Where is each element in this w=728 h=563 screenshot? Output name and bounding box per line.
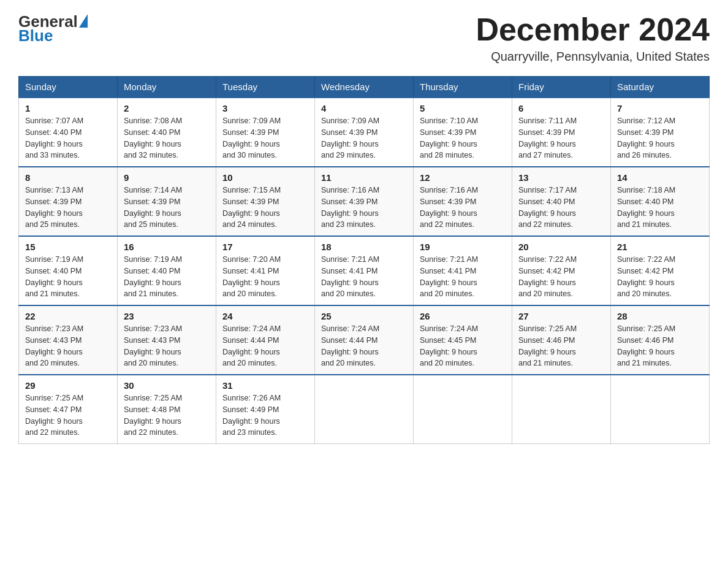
day-number: 17: [222, 242, 308, 252]
day-info: Sunrise: 7:16 AMSunset: 4:39 PMDaylight:…: [420, 185, 506, 231]
header-thursday: Thursday: [414, 77, 512, 98]
day-info: Sunrise: 7:23 AMSunset: 4:43 PMDaylight:…: [124, 323, 210, 369]
day-number: 24: [222, 311, 308, 321]
calendar-cell: 16Sunrise: 7:19 AMSunset: 4:40 PMDayligh…: [118, 236, 216, 305]
header-tuesday: Tuesday: [216, 77, 315, 98]
day-info: Sunrise: 7:26 AMSunset: 4:49 PMDaylight:…: [222, 393, 308, 439]
calendar-cell: [414, 375, 512, 444]
day-info: Sunrise: 7:11 AMSunset: 4:39 PMDaylight:…: [518, 115, 604, 161]
calendar-cell: 14Sunrise: 7:18 AMSunset: 4:40 PMDayligh…: [611, 167, 710, 236]
calendar-cell: 21Sunrise: 7:22 AMSunset: 4:42 PMDayligh…: [611, 236, 710, 305]
day-number: 12: [420, 172, 506, 183]
calendar-cell: 20Sunrise: 7:22 AMSunset: 4:42 PMDayligh…: [512, 236, 611, 305]
calendar-cell: 31Sunrise: 7:26 AMSunset: 4:49 PMDayligh…: [216, 375, 315, 444]
day-number: 4: [321, 103, 407, 113]
day-info: Sunrise: 7:15 AMSunset: 4:39 PMDaylight:…: [222, 185, 308, 231]
calendar-cell: 6Sunrise: 7:11 AMSunset: 4:39 PMDaylight…: [512, 98, 611, 167]
day-info: Sunrise: 7:16 AMSunset: 4:39 PMDaylight:…: [321, 185, 407, 231]
day-info: Sunrise: 7:25 AMSunset: 4:46 PMDaylight:…: [617, 323, 703, 369]
day-info: Sunrise: 7:22 AMSunset: 4:42 PMDaylight:…: [617, 254, 703, 300]
logo: General Blue: [18, 12, 86, 45]
calendar-cell: 26Sunrise: 7:24 AMSunset: 4:45 PMDayligh…: [414, 305, 512, 375]
calendar-cell: 29Sunrise: 7:25 AMSunset: 4:47 PMDayligh…: [19, 375, 118, 444]
logo-blue: Blue: [18, 26, 53, 45]
day-info: Sunrise: 7:21 AMSunset: 4:41 PMDaylight:…: [420, 254, 506, 300]
day-number: 9: [124, 172, 210, 183]
header-saturday: Saturday: [611, 77, 710, 98]
calendar-cell: 25Sunrise: 7:24 AMSunset: 4:44 PMDayligh…: [315, 305, 414, 375]
day-info: Sunrise: 7:09 AMSunset: 4:39 PMDaylight:…: [222, 115, 308, 161]
day-info: Sunrise: 7:19 AMSunset: 4:40 PMDaylight:…: [25, 254, 111, 300]
day-number: 14: [617, 172, 703, 183]
calendar-cell: [315, 375, 414, 444]
header-sunday: Sunday: [19, 77, 118, 98]
calendar-cell: 5Sunrise: 7:10 AMSunset: 4:39 PMDaylight…: [414, 98, 512, 167]
day-info: Sunrise: 7:09 AMSunset: 4:39 PMDaylight:…: [321, 115, 407, 161]
calendar-cell: 27Sunrise: 7:25 AMSunset: 4:46 PMDayligh…: [512, 305, 611, 375]
day-number: 30: [124, 380, 210, 391]
day-info: Sunrise: 7:12 AMSunset: 4:39 PMDaylight:…: [617, 115, 703, 161]
calendar-cell: 12Sunrise: 7:16 AMSunset: 4:39 PMDayligh…: [414, 167, 512, 236]
day-number: 23: [124, 311, 210, 321]
month-title: December 2024: [476, 12, 710, 47]
day-number: 18: [321, 242, 407, 252]
day-number: 5: [420, 103, 506, 113]
calendar-cell: 18Sunrise: 7:21 AMSunset: 4:41 PMDayligh…: [315, 236, 414, 305]
day-info: Sunrise: 7:24 AMSunset: 4:45 PMDaylight:…: [420, 323, 506, 369]
day-info: Sunrise: 7:17 AMSunset: 4:40 PMDaylight:…: [518, 185, 604, 231]
header-row: SundayMondayTuesdayWednesdayThursdayFrid…: [19, 77, 710, 98]
calendar-cell: 3Sunrise: 7:09 AMSunset: 4:39 PMDaylight…: [216, 98, 315, 167]
title-area: December 2024 Quarryville, Pennsylvania,…: [476, 12, 710, 64]
day-number: 19: [420, 242, 506, 252]
header-friday: Friday: [512, 77, 611, 98]
day-number: 11: [321, 172, 407, 183]
day-number: 27: [518, 311, 604, 321]
header-wednesday: Wednesday: [315, 77, 414, 98]
day-number: 15: [25, 242, 111, 252]
day-info: Sunrise: 7:24 AMSunset: 4:44 PMDaylight:…: [321, 323, 407, 369]
day-info: Sunrise: 7:21 AMSunset: 4:41 PMDaylight:…: [321, 254, 407, 300]
page-header: General Blue December 2024 Quarryville, …: [18, 12, 710, 64]
day-number: 26: [420, 311, 506, 321]
day-number: 8: [25, 172, 111, 183]
day-info: Sunrise: 7:22 AMSunset: 4:42 PMDaylight:…: [518, 254, 604, 300]
calendar-cell: 2Sunrise: 7:08 AMSunset: 4:40 PMDaylight…: [118, 98, 216, 167]
day-number: 1: [25, 103, 111, 113]
day-info: Sunrise: 7:14 AMSunset: 4:39 PMDaylight:…: [124, 185, 210, 231]
day-info: Sunrise: 7:25 AMSunset: 4:46 PMDaylight:…: [518, 323, 604, 369]
calendar-cell: 23Sunrise: 7:23 AMSunset: 4:43 PMDayligh…: [118, 305, 216, 375]
calendar-cell: 19Sunrise: 7:21 AMSunset: 4:41 PMDayligh…: [414, 236, 512, 305]
calendar-cell: 8Sunrise: 7:13 AMSunset: 4:39 PMDaylight…: [19, 167, 118, 236]
calendar-cell: 11Sunrise: 7:16 AMSunset: 4:39 PMDayligh…: [315, 167, 414, 236]
calendar-cell: 10Sunrise: 7:15 AMSunset: 4:39 PMDayligh…: [216, 167, 315, 236]
day-number: 21: [617, 242, 703, 252]
day-number: 28: [617, 311, 703, 321]
logo-triangle-icon: [79, 14, 88, 28]
day-number: 31: [222, 380, 308, 391]
calendar-table: SundayMondayTuesdayWednesdayThursdayFrid…: [18, 76, 710, 444]
day-info: Sunrise: 7:07 AMSunset: 4:40 PMDaylight:…: [25, 115, 111, 161]
day-number: 3: [222, 103, 308, 113]
day-number: 6: [518, 103, 604, 113]
day-number: 29: [25, 380, 111, 391]
day-number: 16: [124, 242, 210, 252]
calendar-cell: [512, 375, 611, 444]
day-info: Sunrise: 7:25 AMSunset: 4:48 PMDaylight:…: [124, 393, 210, 439]
day-number: 25: [321, 311, 407, 321]
day-info: Sunrise: 7:13 AMSunset: 4:39 PMDaylight:…: [25, 185, 111, 231]
calendar-cell: 1Sunrise: 7:07 AMSunset: 4:40 PMDaylight…: [19, 98, 118, 167]
day-info: Sunrise: 7:08 AMSunset: 4:40 PMDaylight:…: [124, 115, 210, 161]
day-info: Sunrise: 7:19 AMSunset: 4:40 PMDaylight:…: [124, 254, 210, 300]
calendar-cell: 4Sunrise: 7:09 AMSunset: 4:39 PMDaylight…: [315, 98, 414, 167]
week-row-5: 29Sunrise: 7:25 AMSunset: 4:47 PMDayligh…: [19, 375, 710, 444]
calendar-cell: 17Sunrise: 7:20 AMSunset: 4:41 PMDayligh…: [216, 236, 315, 305]
calendar-cell: 28Sunrise: 7:25 AMSunset: 4:46 PMDayligh…: [611, 305, 710, 375]
calendar-cell: 15Sunrise: 7:19 AMSunset: 4:40 PMDayligh…: [19, 236, 118, 305]
week-row-2: 8Sunrise: 7:13 AMSunset: 4:39 PMDaylight…: [19, 167, 710, 236]
day-number: 13: [518, 172, 604, 183]
calendar-cell: [611, 375, 710, 444]
day-number: 22: [25, 311, 111, 321]
calendar-cell: 22Sunrise: 7:23 AMSunset: 4:43 PMDayligh…: [19, 305, 118, 375]
day-info: Sunrise: 7:23 AMSunset: 4:43 PMDaylight:…: [25, 323, 111, 369]
calendar-cell: 7Sunrise: 7:12 AMSunset: 4:39 PMDaylight…: [611, 98, 710, 167]
